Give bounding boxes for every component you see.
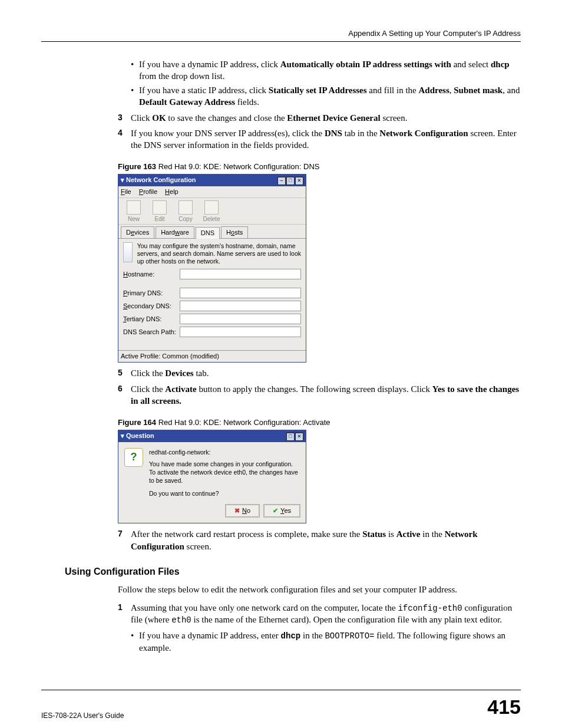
figure-label: Figure 163 — [118, 162, 156, 171]
bold: Subnet mask — [454, 85, 503, 95]
bold: Network Configuration — [379, 129, 468, 138]
footer: IES-708-22A User's Guide 415 — [41, 690, 521, 721]
config-steps: 1 Assuming that you have only one networ… — [118, 602, 521, 654]
bold: Address — [419, 85, 449, 95]
figure-163-caption: Figure 163 Red Hat 9.0: KDE: Network Con… — [118, 162, 521, 172]
tertiary-dns-input[interactable] — [180, 314, 301, 324]
edit-button[interactable]: Edit — [148, 200, 171, 223]
menubar: File Profile Help — [118, 186, 306, 198]
step-number: 7 — [118, 528, 123, 539]
maximize-icon[interactable]: □ — [286, 177, 295, 185]
delete-button[interactable]: Delete — [200, 200, 223, 223]
window-title: ▾Network Configuration — [121, 176, 196, 185]
bullet-static-ip: If you have a static IP address, click S… — [131, 84, 521, 108]
text: If you have a static IP address, click — [139, 85, 269, 95]
step-number: 1 — [118, 602, 123, 613]
text: screen. — [381, 113, 408, 123]
text: If you have a dynamic IP address, click — [139, 60, 280, 69]
titlebar[interactable]: ▾Question □× — [118, 430, 306, 442]
search-path-input[interactable] — [180, 327, 301, 337]
bold: OK — [152, 113, 166, 123]
dialog-body: ? redhat-config-network: You have made s… — [118, 442, 306, 502]
text: and select — [451, 60, 491, 69]
text: Click the — [131, 368, 165, 378]
text: in the — [300, 631, 325, 640]
primary-dns-row: Primary DNS: — [123, 288, 301, 298]
step-3: 3 Click OK to save the changes and close… — [118, 112, 521, 124]
figure-text: Red Hat 9.0: KDE: Network Configuration:… — [156, 162, 319, 171]
step-number: 5 — [118, 367, 123, 378]
page-number: 415 — [487, 694, 521, 721]
steps-list-a: 3 Click OK to save the changes and close… — [118, 112, 521, 151]
titlebar[interactable]: ▾Network Configuration –□× — [118, 174, 306, 186]
figure-label: Figure 164 — [118, 418, 156, 427]
step-number: 4 — [118, 127, 123, 139]
primary-dns-label: Primary DNS: — [123, 289, 180, 298]
delete-icon — [204, 200, 219, 215]
menu-help[interactable]: Help — [165, 188, 178, 195]
dialog-line: To activate the network device eth0, the… — [149, 468, 300, 485]
bullet-list-1: If you have a dynamic IP address, click … — [131, 58, 521, 108]
text: is the name of the Ethernet card). Open … — [191, 615, 502, 624]
text: to save the changes and close the — [166, 113, 287, 123]
secondary-dns-row: Secondary DNS: — [123, 301, 301, 311]
text: and fill in the — [367, 85, 419, 95]
new-button[interactable]: New — [122, 200, 146, 223]
bold: Statically set IP Addresses — [269, 85, 367, 95]
minimize-icon[interactable]: – — [277, 177, 286, 185]
bold-code: dhcp — [281, 631, 301, 641]
steps-list-c: 7 After the network card restart process… — [118, 528, 521, 552]
hostname-input[interactable] — [180, 269, 301, 279]
sub-bullets: If you have a dynamic IP address, enter … — [131, 630, 521, 654]
no-button[interactable]: ✖No — [226, 505, 259, 517]
step-4: 4 If you know your DNS server IP address… — [118, 127, 521, 151]
step-number: 3 — [118, 112, 123, 123]
close-icon[interactable]: × — [295, 177, 303, 185]
search-path-label: DNS Search Path: — [123, 328, 180, 337]
copy-icon — [178, 200, 193, 215]
button-row: ✖No ✔Yes — [118, 501, 306, 523]
code: eth0 — [171, 615, 191, 625]
header-breadcrumb: Appendix A Setting up Your Computer's IP… — [41, 28, 521, 39]
text: tab. — [194, 368, 209, 378]
close-icon[interactable]: × — [295, 433, 303, 441]
yes-button[interactable]: ✔Yes — [264, 505, 300, 517]
dialog-line: Do you want to continue? — [149, 489, 300, 498]
bold: Status — [362, 529, 386, 539]
dialog-heading: redhat-config-network: — [149, 448, 300, 456]
tab-hardware[interactable]: Hardware — [156, 226, 194, 238]
step-6: 6 Click the Activate button to apply the… — [118, 383, 521, 407]
primary-dns-input[interactable] — [180, 288, 301, 298]
search-path-row: DNS Search Path: — [123, 327, 301, 337]
text: button to apply the changes. The followi… — [197, 384, 432, 394]
copy-button[interactable]: Copy — [174, 200, 197, 223]
text: screen. — [184, 542, 211, 551]
new-icon — [127, 200, 141, 215]
window-controls: □× — [286, 431, 303, 441]
tab-dns[interactable]: DNS — [196, 227, 220, 239]
bold: DNS — [325, 129, 342, 138]
bullet-dynamic-ip: If you have a dynamic IP address, click … — [131, 58, 521, 83]
content-area: If you have a dynamic IP address, click … — [118, 58, 521, 552]
bold: Automatically obtain IP address settings… — [280, 60, 451, 69]
menu-profile[interactable]: Profile — [139, 188, 157, 195]
bold: Ethernet Device General — [287, 113, 380, 123]
menu-file[interactable]: File — [121, 188, 131, 195]
footer-guide: IES-708-22A User's Guide — [41, 711, 124, 720]
bold: Devices — [165, 368, 193, 378]
tab-bar: Devices Hardware DNS Hosts — [118, 225, 306, 239]
text: Click — [131, 113, 152, 123]
maximize-icon[interactable]: □ — [286, 433, 295, 441]
tab-devices[interactable]: Devices — [121, 226, 154, 238]
secondary-dns-input[interactable] — [180, 301, 301, 311]
description-row: You may configure the system's hostname,… — [123, 242, 301, 265]
question-dialog: ▾Question □× ? redhat-config-network: Yo… — [118, 430, 306, 524]
bold: Default Gateway Address — [139, 97, 235, 107]
section-heading: Using Configuration Files — [65, 565, 521, 578]
tab-hosts[interactable]: Hosts — [221, 226, 248, 238]
text: Assuming that you have only one network … — [131, 603, 398, 612]
dialog-line: You have made some changes in your confi… — [149, 460, 300, 468]
text: tab in the — [342, 129, 379, 138]
check-icon: ✔ — [273, 506, 278, 515]
window-title: ▾Question — [121, 431, 154, 440]
